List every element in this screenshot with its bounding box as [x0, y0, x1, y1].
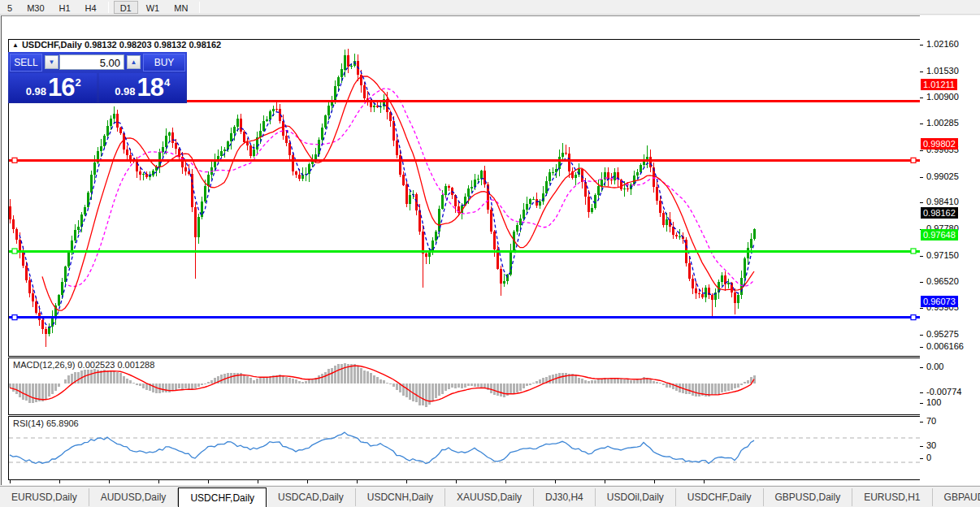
date-tick-mark — [456, 480, 457, 483]
price-tick-label: 1.00900 — [926, 92, 959, 102]
price-tag-0.99802: 0.99802 — [921, 138, 958, 150]
price-tick-mark — [920, 98, 923, 98]
date-tick-mark — [654, 480, 655, 483]
indicator-tick-label: 0.00 — [926, 362, 943, 371]
chart-tab-usdoil-daily[interactable]: USDOil,Daily — [596, 488, 676, 506]
price-scale[interactable]: 1.021601.015301.009001.002850.996550.990… — [920, 15, 980, 485]
indicator-tick-mark — [920, 458, 923, 459]
chart-symbol-period: USDCHF,Daily — [22, 40, 82, 50]
chart-tab-dj30-h4[interactable]: DJ30,H4 — [534, 488, 596, 506]
indicator-tick-label: 0.006166 — [926, 341, 964, 351]
timeframe-button-h1[interactable]: H1 — [53, 1, 77, 14]
price-tick-label: 0.99025 — [926, 171, 959, 181]
price-tick-mark — [920, 177, 923, 178]
price-tick-mark — [920, 282, 923, 283]
timeframe-button-m30[interactable]: M30 — [20, 1, 50, 14]
chart-tab-eurusd-daily[interactable]: EURUSD,Daily — [0, 488, 89, 506]
sell-price-pips: 16 — [48, 73, 74, 102]
one-click-trade-panel: SELL ▼ ▲ BUY 0.98 16 2 0.98 18 4 — [8, 52, 187, 103]
price-tick-label: 0.97150 — [926, 250, 959, 260]
price-tick-label: 1.01530 — [926, 66, 959, 76]
toolbar-separator — [108, 2, 109, 13]
sell-button[interactable]: SELL — [10, 54, 42, 72]
buy-price-point: 4 — [164, 76, 170, 89]
price-tick-mark — [920, 335, 923, 336]
date-tick-mark — [704, 480, 705, 483]
price-tick-label: 1.00285 — [926, 118, 959, 128]
macd-values: 0.002523 0.001288 — [77, 360, 154, 370]
rsi-panel: RSI(14) 65.8906 — [8, 416, 921, 480]
indicator-tick-label: 100 — [926, 397, 941, 407]
date-tick-mark — [406, 480, 407, 483]
timeframe-button-5[interactable]: 5 — [1, 1, 19, 14]
indicator-tick-label: 70 — [926, 416, 936, 426]
chart-tab-usdchf-daily[interactable]: USDCHF,Daily — [178, 488, 267, 507]
date-tick-mark — [258, 480, 258, 483]
chart-tab-xauusd-daily[interactable]: XAUUSD,Daily — [445, 488, 534, 506]
rsi-chart — [9, 417, 921, 479]
chart-ohlc-values: 0.98132 0.98203 0.98132 0.98162 — [85, 40, 221, 50]
indicator-tick-mark — [920, 347, 923, 348]
price-tick-mark — [920, 150, 923, 151]
price-tick-mark — [920, 308, 923, 309]
date-tick-mark — [605, 480, 605, 483]
chart-tab-audusd-daily[interactable]: AUDUSD,Daily — [89, 488, 179, 506]
price-tag-0.98162: 0.98162 — [921, 207, 958, 219]
toolbar-separator — [199, 2, 200, 13]
indicator-tick-mark — [920, 422, 923, 422]
indicator-tick-mark — [920, 446, 923, 447]
sell-price-base: 0.98 — [26, 85, 46, 98]
chart-tab-bar: EURUSD,DailyAUDUSD,DailyUSDCHF,DailyUSDC… — [0, 486, 980, 507]
buy-price-button[interactable]: 0.98 18 4 — [99, 73, 186, 102]
sell-price-point: 2 — [76, 76, 81, 89]
price-tick-mark — [920, 72, 923, 72]
indicator-tick-label: 30 — [926, 440, 936, 450]
chart-tab-eurusd-h1[interactable]: EURUSD,H1 — [852, 488, 932, 506]
date-tick-mark — [10, 480, 11, 483]
price-tick-mark — [920, 202, 923, 203]
date-tick-mark — [555, 480, 556, 483]
volume-input[interactable] — [59, 54, 124, 70]
price-tag-0.97648: 0.97648 — [921, 229, 958, 240]
macd-panel: MACD(12,26,9) 0.002523 0.001288 — [8, 358, 921, 415]
rsi-name: RSI(14) — [13, 418, 44, 428]
indicator-tick-mark — [920, 392, 923, 393]
chart-tab-usdcad-daily[interactable]: USDCAD,Daily — [267, 488, 356, 506]
rsi-label: RSI(14) 65.8906 — [13, 418, 79, 428]
price-tag-1.01211: 1.01211 — [921, 79, 957, 90]
timeframe-button-mn[interactable]: MN — [167, 1, 194, 14]
volume-decrease-button[interactable]: ▼ — [45, 55, 59, 69]
chevron-up-icon: ▲ — [131, 58, 137, 66]
timeframe-button-h4[interactable]: H4 — [79, 1, 103, 14]
buy-button[interactable]: BUY — [143, 54, 185, 72]
chart-tab-usdcnh-daily[interactable]: USDCNH,Daily — [356, 488, 445, 506]
indicator-tick-mark — [920, 367, 923, 368]
date-tick-mark — [208, 480, 209, 483]
date-tick-mark — [109, 480, 110, 483]
price-tag-0.96073: 0.96073 — [921, 296, 958, 307]
price-tick-label: 1.02160 — [926, 39, 959, 49]
timeframe-button-d1[interactable]: D1 — [114, 1, 138, 14]
date-tick-mark — [357, 480, 358, 483]
macd-name: MACD(12,26,9) — [13, 360, 75, 370]
price-tick-label: 0.98410 — [926, 197, 959, 206]
chevron-down-icon: ▼ — [49, 58, 55, 66]
price-tick-mark — [920, 124, 923, 124]
date-tick-mark — [59, 480, 60, 483]
chart-title: ▲USDCHF,Daily 0.98132 0.98203 0.98132 0.… — [12, 40, 221, 50]
macd-label: MACD(12,26,9) 0.002523 0.001288 — [13, 360, 154, 370]
price-tick-mark — [920, 45, 923, 46]
collapse-triangle-icon[interactable]: ▲ — [12, 41, 19, 49]
chart-window: MACD(12,26,9) 0.002523 0.001288 RSI(14) … — [1, 15, 979, 485]
indicator-tick-label: 0 — [926, 453, 931, 462]
chart-tab-gbpaud-h1[interactable]: GBPAUD,H1 — [933, 488, 980, 506]
date-tick-mark — [158, 480, 159, 483]
chart-tab-usdchf-daily[interactable]: USDCHF,Daily — [676, 488, 764, 506]
rsi-value: 65.8906 — [46, 418, 79, 428]
sell-price-button[interactable]: 0.98 16 2 — [10, 73, 97, 102]
timeframe-button-w1[interactable]: W1 — [140, 1, 167, 14]
chart-tab-gbpusd-daily[interactable]: GBPUSD,Daily — [764, 488, 853, 506]
date-tick-mark — [307, 480, 308, 483]
indicator-tick-label: -0.00774 — [926, 387, 961, 396]
volume-increase-button[interactable]: ▲ — [127, 55, 141, 69]
